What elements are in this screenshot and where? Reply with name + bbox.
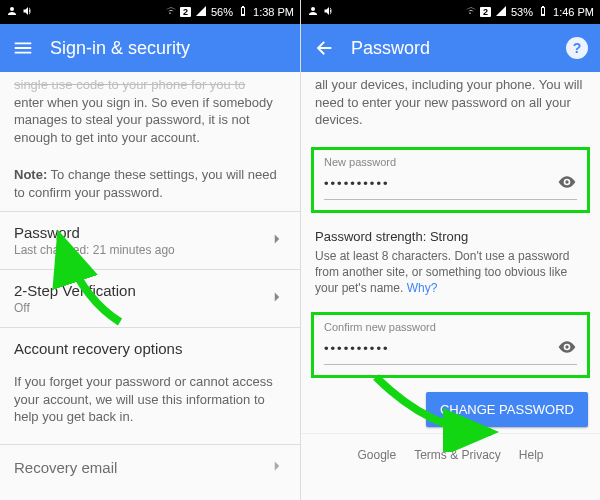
row-title: 2-Step Verification: [14, 282, 268, 299]
battery-icon: [537, 5, 549, 19]
field-label: Confirm new password: [324, 321, 577, 333]
clock-text: 1:38 PM: [253, 6, 294, 18]
signal-icon: [495, 5, 507, 19]
content-area: all your devices, including your phone. …: [301, 72, 600, 500]
volume-icon: [22, 5, 34, 19]
footer-google[interactable]: Google: [357, 448, 396, 462]
row-2step[interactable]: 2-Step Verification Off: [0, 270, 300, 327]
chevron-right-icon: [268, 230, 286, 251]
row-subtitle: Off: [14, 301, 268, 315]
footer-terms[interactable]: Terms & Privacy: [414, 448, 501, 462]
row-password[interactable]: Password Last changed: 21 minutes ago: [0, 212, 300, 269]
app-bar: Password ?: [301, 24, 600, 72]
row-recovery-email[interactable]: Recovery email: [0, 445, 300, 490]
footer-help[interactable]: Help: [519, 448, 544, 462]
chevron-right-icon: [268, 288, 286, 309]
sim-indicator: 2: [480, 7, 491, 17]
confirm-password-field[interactable]: Confirm new password: [311, 312, 590, 378]
intro-text: single use code to your phone for you to…: [0, 72, 300, 156]
intro-text: all your devices, including your phone. …: [301, 72, 600, 139]
wifi-icon: [164, 5, 176, 19]
status-bar: 2 53% 1:46 PM: [301, 0, 600, 24]
password-strength: Password strength: Strong: [301, 221, 600, 248]
password-hint: Use at least 8 characters. Don't use a p…: [301, 248, 600, 305]
row-title: Password: [14, 224, 268, 241]
change-password-button[interactable]: CHANGE PASSWORD: [426, 392, 588, 427]
row-title: Recovery email: [14, 459, 268, 476]
person-icon: [6, 5, 18, 19]
note-text: Note: To change these settings, you will…: [0, 156, 300, 211]
menu-icon[interactable]: [12, 37, 34, 59]
page-title: Password: [351, 38, 550, 59]
section-title: Account recovery options: [0, 328, 300, 363]
volume-icon: [323, 5, 335, 19]
status-bar: 2 56% 1:38 PM: [0, 0, 300, 24]
eye-icon[interactable]: [557, 172, 577, 195]
battery-text: 56%: [211, 6, 233, 18]
person-icon: [307, 5, 319, 19]
eye-icon[interactable]: [557, 337, 577, 360]
help-icon[interactable]: ?: [566, 37, 588, 59]
wifi-icon: [464, 5, 476, 19]
recovery-desc: If you forget your password or cannot ac…: [0, 363, 300, 436]
clock-text: 1:46 PM: [553, 6, 594, 18]
page-title: Sign-in & security: [50, 38, 288, 59]
battery-text: 53%: [511, 6, 533, 18]
field-label: New password: [324, 156, 577, 168]
sim-indicator: 2: [180, 7, 191, 17]
screen-signin-security: 2 56% 1:38 PM Sign-in & security single …: [0, 0, 300, 500]
back-icon[interactable]: [313, 37, 335, 59]
why-link[interactable]: Why?: [407, 281, 438, 295]
row-subtitle: Last changed: 21 minutes ago: [14, 243, 268, 257]
app-bar: Sign-in & security: [0, 24, 300, 72]
content-area: single use code to your phone for you to…: [0, 72, 300, 500]
footer-links: Google Terms & Privacy Help: [301, 433, 600, 468]
screen-password: 2 53% 1:46 PM Password ? all your device…: [300, 0, 600, 500]
signal-icon: [195, 5, 207, 19]
chevron-right-icon: [268, 457, 286, 478]
battery-icon: [237, 5, 249, 19]
confirm-password-input[interactable]: [324, 341, 557, 356]
new-password-input[interactable]: [324, 176, 557, 191]
new-password-field[interactable]: New password: [311, 147, 590, 213]
